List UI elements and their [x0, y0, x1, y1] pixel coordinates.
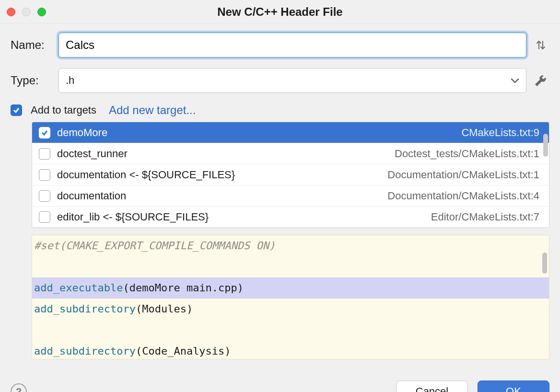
settings-wrench-icon[interactable]: [532, 74, 549, 87]
code-line: #set(CMAKE_EXPORT_COMPILE_COMMANDS ON): [32, 235, 549, 256]
chevron-down-icon: [511, 74, 519, 87]
titlebar: New C/C++ Header File: [0, 0, 560, 24]
target-location: Editor/CMakeLists.txt:7: [431, 211, 539, 223]
type-row: Type: .h: [11, 68, 549, 93]
zoom-window-button[interactable]: [37, 8, 46, 16]
code-scrollbar[interactable]: [542, 253, 547, 274]
dialog-footer: ? Cancel OK: [0, 375, 560, 392]
target-name: documentation <- ${SOURCE_FILES}: [57, 169, 381, 181]
add-new-target-link[interactable]: Add new target...: [109, 104, 196, 117]
code-line: add_executable(demoMore main.cpp): [32, 277, 549, 299]
name-row: Name:: [11, 33, 549, 58]
name-input[interactable]: [58, 33, 526, 58]
target-row[interactable]: editor_lib <- ${SOURCE_FILES} Editor/CMa…: [32, 207, 549, 228]
target-name: editor_lib <- ${SOURCE_FILES}: [57, 211, 424, 223]
close-window-button[interactable]: [7, 8, 15, 16]
code-line: [32, 320, 549, 341]
type-dropdown[interactable]: .h: [58, 68, 526, 93]
add-to-targets-label: Add to targets: [31, 104, 96, 116]
type-value: .h: [66, 74, 74, 87]
target-checkbox[interactable]: [39, 148, 50, 160]
target-checkbox[interactable]: [39, 190, 50, 202]
target-row[interactable]: demoMore CMakeLists.txt:9: [32, 122, 549, 143]
code-line: add_subdirectory(Code_Analysis): [32, 341, 549, 359]
targets-scrollbar[interactable]: [543, 134, 548, 157]
target-row[interactable]: documentation Documentation/CMakeLists.t…: [32, 185, 549, 207]
cmake-preview-pane: #set(CMAKE_EXPORT_COMPILE_COMMANDS ON) a…: [32, 235, 549, 359]
help-icon[interactable]: ?: [11, 383, 27, 392]
cancel-button[interactable]: Cancel: [396, 380, 468, 392]
target-checkbox[interactable]: [39, 211, 50, 223]
target-location: Doctest_tests/CMakeLists.txt:1: [395, 148, 539, 160]
target-checkbox[interactable]: [39, 169, 50, 181]
add-to-targets-row: Add to targets Add new target...: [11, 104, 549, 117]
minimize-window-button[interactable]: [22, 8, 31, 16]
ok-button[interactable]: OK: [478, 380, 549, 392]
targets-list: demoMore CMakeLists.txt:9 doctest_runner…: [32, 122, 549, 228]
target-row[interactable]: documentation <- ${SOURCE_FILES} Documen…: [32, 164, 549, 185]
code-line: [32, 256, 549, 277]
window-controls: [7, 8, 46, 16]
code-line: add_subdirectory(Modules): [32, 299, 549, 320]
name-label: Name:: [11, 38, 58, 52]
target-location: CMakeLists.txt:9: [461, 127, 539, 139]
dialog-title: New C/C++ Header File: [0, 5, 560, 19]
target-name: doctest_runner: [57, 148, 388, 160]
target-name: documentation: [57, 190, 381, 202]
target-location: Documentation/CMakeLists.txt:4: [387, 190, 539, 202]
type-label: Type:: [11, 74, 58, 87]
target-name: demoMore: [57, 127, 455, 139]
sort-arrows-icon[interactable]: [532, 38, 549, 52]
target-location: Documentation/CMakeLists.txt:1: [387, 169, 539, 181]
target-checkbox[interactable]: [39, 127, 50, 138]
dialog-content: Name: Type: .h Add to targets Ad: [0, 24, 560, 366]
add-to-targets-checkbox[interactable]: [11, 104, 22, 116]
target-row[interactable]: doctest_runner Doctest_tests/CMakeLists.…: [32, 143, 549, 164]
